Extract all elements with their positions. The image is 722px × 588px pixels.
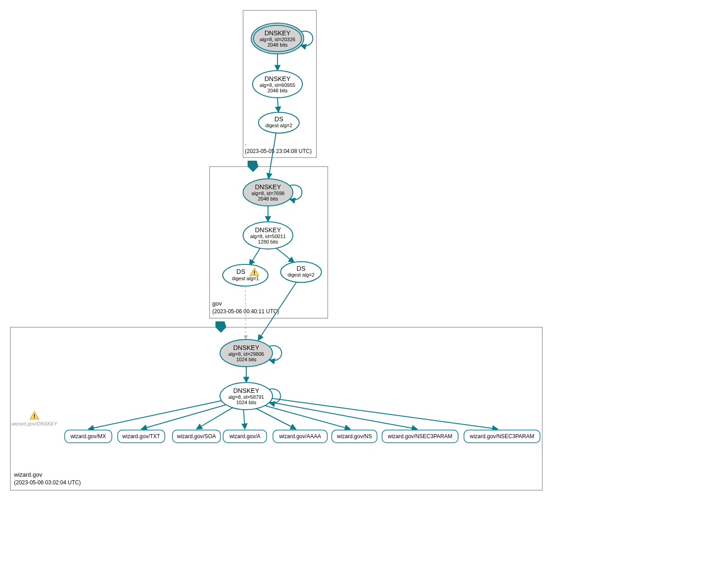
gov-zone-label: gov <box>212 300 222 307</box>
record-row: wizard.gov/MXwizard.gov/TXTwizard.gov/SO… <box>65 430 540 443</box>
root-zone-timestamp: (2023-05-05 23:04:08 UTC) <box>245 148 311 154</box>
svg-text:DS: DS <box>274 115 283 123</box>
gov-ds2-node: DS digest alg=2 <box>281 262 321 282</box>
root-zone-label: . <box>245 140 247 147</box>
gov-ksk-node: DNSKEY alg=8, id=7698 2048 bits <box>243 179 293 206</box>
record-node: wizard.gov/TXT <box>118 430 165 443</box>
record-node: wizard.gov/SOA <box>172 430 220 443</box>
record-label: wizard.gov/TXT <box>122 433 160 440</box>
svg-text:alg=8, id=7698: alg=8, id=7698 <box>252 191 285 196</box>
record-label: wizard.gov/MX <box>70 433 106 440</box>
wizard-zone-timestamp: (2023-05-06 03:02:04 UTC) <box>14 479 81 486</box>
svg-text:2048 bits: 2048 bits <box>258 196 278 201</box>
record-label: wizard.gov/NSEC3PARAM <box>387 433 453 440</box>
svg-text:DNSKEY: DNSKEY <box>255 183 281 191</box>
svg-text:DNSKEY: DNSKEY <box>255 226 281 234</box>
record-node: wizard.gov/NSEC3PARAM <box>382 430 458 443</box>
svg-text:DS: DS <box>296 265 305 272</box>
svg-text:DS: DS <box>236 268 245 275</box>
dnssec-diagram: ! . (2023-05-05 23:04:08 UTC) DNSKEY alg… <box>5 5 722 588</box>
record-node: wizard.gov/MX <box>65 430 112 443</box>
record-node: wizard.gov/NSEC3PARAM <box>464 430 540 443</box>
svg-text:alg=8, id=29806: alg=8, id=29806 <box>229 351 264 357</box>
gov-ds1-node: DS digest alg=1 <box>223 264 268 286</box>
root-ksk-node: DNSKEY alg=8, id=20326 2048 bits <box>251 23 304 54</box>
svg-text:alg=8, id=58791: alg=8, id=58791 <box>229 394 264 400</box>
svg-point-21 <box>223 264 268 286</box>
record-node: wizard.gov/NS <box>332 430 377 443</box>
edge-gov-zsk-ds1 <box>249 248 260 265</box>
svg-text:digest alg=1: digest alg=1 <box>232 276 259 281</box>
edge-root-ds-gov-ksk <box>268 133 276 179</box>
svg-text:digest alg=2: digest alg=2 <box>265 123 292 128</box>
edge-rec-4 <box>256 408 296 429</box>
record-node: wizard.gov/AAAA <box>273 430 327 443</box>
svg-text:alg=8, id=60955: alg=8, id=60955 <box>260 82 296 88</box>
svg-text:1024 bits: 1024 bits <box>236 357 257 362</box>
svg-text:alg=8, id=50011: alg=8, id=50011 <box>250 234 286 239</box>
svg-text:wizard.gov/DNSKEY: wizard.gov/DNSKEY <box>12 421 58 426</box>
wizard-ksk-node: DNSKEY alg=8, id=29806 1024 bits <box>220 339 273 367</box>
gov-zsk-node: DNSKEY alg=8, id=50011 1280 bits <box>243 222 293 249</box>
svg-text:digest alg=2: digest alg=2 <box>287 272 315 277</box>
record-label: wizard.gov/A <box>229 433 261 440</box>
root-zsk-node: DNSKEY alg=8, id=60955 2048 bits <box>253 71 302 98</box>
svg-text:DNSKEY: DNSKEY <box>233 344 259 351</box>
svg-text:DNSKEY: DNSKEY <box>233 387 259 394</box>
svg-text:DNSKEY: DNSKEY <box>264 29 291 37</box>
edge-rec-2 <box>196 407 233 429</box>
svg-text:alg=8, id=20326: alg=8, id=20326 <box>260 37 296 42</box>
svg-text:2048 bits: 2048 bits <box>268 42 288 48</box>
edge-rec-3 <box>244 410 245 429</box>
svg-text:2048 bits: 2048 bits <box>268 88 288 93</box>
edge-root-zsk-ds <box>277 98 278 112</box>
wizard-dnskey-warning: wizard.gov/DNSKEY <box>12 411 58 426</box>
svg-text:DNSKEY: DNSKEY <box>264 75 291 82</box>
edge-rec-7 <box>272 398 498 429</box>
root-ds-node: DS digest alg=2 <box>258 112 299 133</box>
record-label: wizard.gov/NSEC3PARAM <box>469 433 535 440</box>
wizard-zone-label: wizard.gov <box>14 471 43 478</box>
record-label: wizard.gov/AAAA <box>279 433 321 440</box>
svg-text:1024 bits: 1024 bits <box>236 400 257 405</box>
edge-gov-zsk-ds2 <box>276 248 294 263</box>
svg-text:1280 bits: 1280 bits <box>258 239 278 244</box>
record-label: wizard.gov/NS <box>336 433 372 440</box>
wizard-zsk-node: DNSKEY alg=8, id=58791 1024 bits <box>220 382 273 410</box>
record-node: wizard.gov/A <box>223 430 267 443</box>
record-label: wizard.gov/SOA <box>177 433 216 440</box>
